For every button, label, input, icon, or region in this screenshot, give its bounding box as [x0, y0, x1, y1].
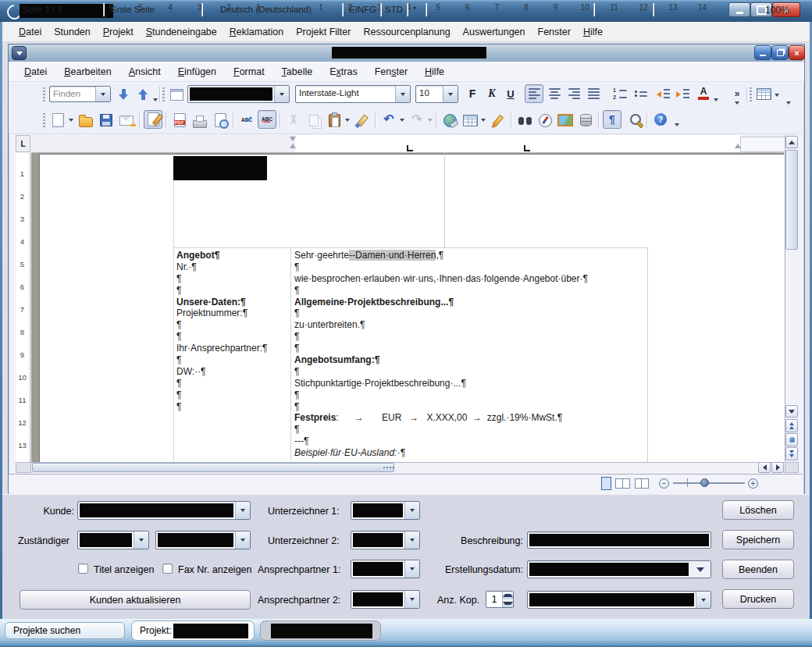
- previous-page-button[interactable]: [785, 419, 798, 432]
- kopie-select[interactable]: [527, 591, 711, 609]
- edit-file-button[interactable]: [144, 110, 162, 129]
- document-line[interactable]: DW:··¶: [176, 366, 287, 378]
- ansprechpartner2-select[interactable]: [351, 590, 420, 609]
- document-line[interactable]: ¶: [176, 401, 287, 413]
- find-replace-button[interactable]: [515, 111, 534, 130]
- anz-kop-stepper[interactable]: 1: [486, 591, 514, 608]
- document-canvas[interactable]: Angebot¶Nr.·¶¶¶Unsere·Daten:¶Projektnumm…: [31, 153, 784, 462]
- zoom-slider-handle[interactable]: [700, 478, 709, 487]
- document-line[interactable]: ¶: [176, 331, 287, 343]
- document-line[interactable]: ¶: [294, 308, 644, 319]
- menu-item-format[interactable]: Format: [225, 64, 273, 80]
- menu-item-datei[interactable]: Datei: [12, 24, 48, 40]
- find-next-button[interactable]: [114, 85, 133, 104]
- unterzeichner2-select[interactable]: [351, 531, 420, 549]
- zoom-slider-track[interactable]: [673, 482, 745, 484]
- menu-item-ansicht[interactable]: Ansicht: [120, 64, 169, 80]
- menu-item-hilfe[interactable]: Hilfe: [416, 64, 453, 80]
- status-panel[interactable]: [260, 620, 381, 641]
- overflow-chevron[interactable]: [735, 101, 739, 105]
- insert-hyperlink-button[interactable]: [440, 111, 459, 130]
- titel-anzeigen-checkbox[interactable]: [78, 563, 88, 574]
- ansprechpartner2-dropdown-button[interactable]: [404, 591, 419, 608]
- document-line[interactable]: Nr.·¶: [176, 261, 287, 273]
- beschreibung-input[interactable]: [527, 531, 711, 549]
- toolbar-overflow-chevron[interactable]: [675, 123, 679, 126]
- unterzeichner2-dropdown-button[interactable]: [404, 531, 419, 549]
- menu-item-datei[interactable]: Datei: [16, 64, 55, 80]
- editor-close-button[interactable]: ×: [789, 45, 805, 60]
- scroll-right-button[interactable]: [771, 462, 784, 473]
- page-number-field[interactable]: Seite 1 / 5: [22, 5, 62, 14]
- document-line[interactable]: Beispiel·für·EU-Ausland:·¶: [294, 447, 644, 459]
- document-line[interactable]: ¶: [176, 354, 287, 366]
- bold-button[interactable]: F: [463, 84, 482, 103]
- document-line[interactable]: Ihr·Ansprechpartner:¶: [176, 343, 287, 354]
- document-line[interactable]: Festpreis: → EUR → X.XXX,00 → zzgl.·19%·…: [294, 412, 644, 424]
- loeschen-button[interactable]: Löschen: [722, 500, 794, 520]
- selection-mode-field[interactable]: STD: [385, 5, 403, 14]
- document-line[interactable]: wie·besprochen·erlauben·wir·uns,·Ihnen·d…: [294, 273, 644, 285]
- scroll-up-button[interactable]: [785, 136, 798, 148]
- find-dropdown-button[interactable]: [95, 87, 110, 101]
- help-button[interactable]: ?: [651, 110, 670, 129]
- insert-table-button[interactable]: [461, 111, 479, 130]
- new-document-button[interactable]: [48, 111, 67, 130]
- left-indent-marker[interactable]: [290, 144, 296, 148]
- document-line[interactable]: ¶: [294, 389, 644, 401]
- unterzeichner1-select[interactable]: [351, 501, 420, 520]
- page-preview-button[interactable]: [211, 111, 230, 130]
- apply-style-icon[interactable]: [167, 85, 186, 104]
- table-grid-dropdown[interactable]: [775, 94, 779, 97]
- document-line[interactable]: ¶: [176, 285, 287, 297]
- open-button[interactable]: [77, 111, 95, 130]
- ansprechpartner1-dropdown-button[interactable]: [404, 560, 419, 578]
- font-color-dropdown[interactable]: [714, 98, 718, 101]
- toolbar-overflow-chevron[interactable]: [786, 101, 791, 105]
- decrease-indent-button[interactable]: [654, 84, 672, 103]
- menu-item-stunden[interactable]: Stunden: [48, 24, 97, 40]
- paragraph-style-select[interactable]: [187, 85, 290, 103]
- projekte-suchen-button[interactable]: Projekte suchen: [5, 622, 125, 639]
- document-line[interactable]: Unsere·Daten:¶: [176, 297, 287, 308]
- zustaendiger-select-1[interactable]: [77, 531, 149, 549]
- menu-item-einf-gen[interactable]: Einfügen: [169, 64, 225, 80]
- next-page-button[interactable]: [785, 447, 798, 460]
- menu-item-tabelle[interactable]: Tabelle: [273, 64, 322, 80]
- document-line[interactable]: ¶: [294, 343, 644, 354]
- document-line[interactable]: ¶: [294, 331, 644, 343]
- fax-anzeigen-checkbox[interactable]: [162, 563, 173, 574]
- zustaendiger1-dropdown-button[interactable]: [134, 531, 148, 549]
- page-style-field[interactable]: Erste Seite: [111, 5, 155, 14]
- document-line[interactable]: Allgemeine·Projektbeschreibung...¶: [294, 297, 644, 308]
- menu-item-ressourcenplanung[interactable]: Ressourcenplanung: [357, 24, 456, 40]
- vertical-ruler[interactable]: 12345678910111213: [16, 153, 30, 462]
- auto-spellcheck-button[interactable]: ABC~~: [258, 110, 276, 129]
- document-line[interactable]: Angebot¶: [176, 250, 287, 261]
- toolbar-grip[interactable]: [162, 87, 165, 101]
- align-center-button[interactable]: [545, 84, 564, 103]
- zustaendiger2-dropdown-button[interactable]: [235, 531, 250, 549]
- menu-item-stundeneingabe[interactable]: Stundeneingabe: [140, 24, 223, 40]
- formatting-marks-button[interactable]: ¶: [603, 110, 621, 129]
- undo-button[interactable]: ↶: [379, 110, 398, 129]
- zoom-in-button[interactable]: +: [748, 478, 758, 489]
- right-indent-marker[interactable]: [735, 144, 741, 148]
- document-line[interactable]: ¶: [176, 378, 287, 389]
- kunden-aktualisieren-button[interactable]: Kunden aktualisieren: [20, 590, 251, 610]
- editor-system-menu-button[interactable]: [12, 46, 27, 60]
- align-left-button[interactable]: [525, 84, 543, 103]
- scroll-thumb-grip[interactable]: [383, 467, 394, 468]
- find-previous-button[interactable]: [134, 85, 152, 104]
- erstellungsdatum-select[interactable]: [527, 560, 711, 578]
- document-line[interactable]: ¶: [294, 366, 644, 378]
- document-line[interactable]: Angebotsumfang:¶: [294, 354, 644, 366]
- document-line[interactable]: zu·unterbreiten.¶: [294, 319, 644, 331]
- insert-table-dropdown[interactable]: [481, 119, 486, 122]
- vertical-scroll-thumb[interactable]: [785, 150, 798, 250]
- document-line[interactable]: Sehr·geehrte--Damen·und·Herren,¶: [294, 250, 644, 261]
- save-button[interactable]: [97, 111, 116, 130]
- font-color-button[interactable]: A: [694, 84, 713, 103]
- tab-stop-selector[interactable]: L: [16, 135, 30, 152]
- font-size-select[interactable]: 10: [415, 85, 458, 103]
